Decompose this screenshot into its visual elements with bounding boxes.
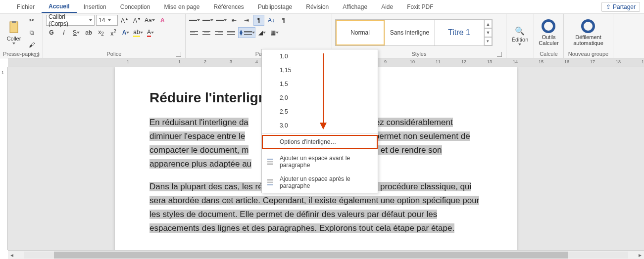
underline-button[interactable]: S — [71, 27, 82, 38]
align-right-icon — [215, 31, 223, 35]
share-button[interactable]: ⇪ Partager — [601, 2, 640, 12]
bold-icon: G — [49, 29, 53, 36]
tab-review[interactable]: Révision — [299, 1, 336, 12]
tab-foxit[interactable]: Foxit PDF — [400, 1, 440, 12]
justify-button[interactable] — [226, 27, 237, 38]
add-space-after-item[interactable]: Ajouter un espace après le paragraphe — [262, 172, 378, 193]
style-nospacing[interactable]: Sans interligne — [385, 20, 435, 45]
paste-label: Coller — [7, 36, 21, 42]
align-center-button[interactable] — [201, 27, 212, 38]
font-family-value: Calibri (Corps) — [49, 13, 86, 27]
scroll-left-button[interactable]: ◂ — [8, 252, 16, 259]
style-normal[interactable]: Normal — [336, 20, 385, 45]
caret-icon — [518, 43, 521, 45]
clear-format-button[interactable]: A̷ — [157, 15, 168, 26]
dialog-launcher[interactable] — [497, 52, 502, 57]
tab-view[interactable]: Affichage — [336, 1, 374, 12]
cut-button[interactable]: ✂ — [26, 15, 37, 26]
multilevel-button[interactable] — [215, 15, 227, 26]
font-family-combo[interactable]: Calibri (Corps) — [46, 15, 95, 26]
show-all-button[interactable]: ¶ — [278, 15, 289, 26]
bold-button[interactable]: G — [46, 27, 57, 38]
dialog-launcher[interactable] — [34, 52, 39, 57]
eraser-icon: A̷ — [160, 17, 164, 24]
group-calc: Outils Calculer Calcule — [534, 14, 564, 58]
space-before-label: Ajouter un espace avant le paragraphe — [280, 155, 350, 169]
change-case-icon: Aa — [145, 17, 152, 24]
strike-icon: ab — [85, 29, 92, 36]
line-spacing-options-item[interactable]: Options d'interligne… — [262, 135, 378, 149]
increase-indent-button[interactable]: ⇥ — [241, 15, 252, 26]
tab-design[interactable]: Conception — [113, 1, 157, 12]
copy-icon: ⧉ — [30, 29, 34, 36]
ring-icon — [581, 19, 595, 33]
spacing-option-1.5[interactable]: 1,5 — [262, 77, 378, 91]
numbering-button[interactable] — [202, 15, 214, 26]
font-color-button[interactable]: A — [145, 27, 156, 38]
autoscroll-button[interactable]: Défilement automatique — [568, 17, 608, 48]
share-icon: ⇪ — [606, 3, 611, 10]
align-right-button[interactable] — [213, 27, 224, 38]
font-color-icon: A — [147, 29, 151, 37]
spacing-option-2.5[interactable]: 2,5 — [262, 105, 378, 119]
ribbon-tabs: Fichier Accueil Insertion Conception Mis… — [0, 0, 644, 14]
change-case-button[interactable]: Aa — [144, 15, 155, 26]
highlight-button[interactable]: ab — [133, 27, 144, 38]
style-heading1[interactable]: Titre 1 — [435, 20, 484, 45]
style-scroll-down[interactable]: ▼ — [484, 28, 492, 37]
editing-menu-button[interactable]: 🔍 Édition — [509, 20, 531, 51]
superscript-button[interactable]: x2 — [108, 27, 119, 38]
shrink-font-icon: A▼ — [133, 17, 141, 24]
strike-button[interactable]: ab — [83, 27, 94, 38]
add-space-before-item[interactable]: Ajouter un espace avant le paragraphe — [262, 151, 378, 172]
tab-file[interactable]: Fichier — [10, 1, 42, 12]
shading-button[interactable]: ◢ — [257, 27, 268, 38]
grow-font-button[interactable]: A▲ — [119, 15, 130, 26]
pilcrow-icon: ¶ — [282, 17, 285, 24]
tab-help[interactable]: Aide — [374, 1, 400, 12]
tab-home[interactable]: Accueil — [42, 1, 77, 13]
italic-button[interactable]: I — [58, 27, 69, 38]
spacing-option-1.0[interactable]: 1,0 — [262, 49, 378, 63]
caret-icon — [12, 43, 15, 44]
align-left-button[interactable] — [189, 27, 199, 38]
align-center-icon — [202, 31, 210, 35]
group-clipboard: Coller ✂ ⧉ 🖌 Presse-papiers — [0, 14, 43, 58]
vertical-ruler[interactable]: 1 — [0, 67, 8, 250]
tab-layout[interactable]: Mise en page — [157, 1, 206, 12]
show-marks-button[interactable]: ¶ — [253, 15, 264, 26]
scroll-thumb[interactable] — [54, 252, 568, 259]
spacing-option-2.0[interactable]: 2,0 — [262, 91, 378, 105]
spacing-option-1.15[interactable]: 1,15 — [262, 63, 378, 77]
space-after-label: Ajouter un espace après le paragraphe — [280, 175, 350, 189]
font-size-combo[interactable]: 14 — [96, 15, 118, 26]
spacing-option-3.0[interactable]: 3,0 — [262, 119, 378, 132]
justify-icon — [227, 31, 235, 35]
grow-font-icon: A▲ — [121, 17, 129, 24]
text-effects-button[interactable]: A — [120, 27, 131, 38]
subscript-button[interactable]: x2 — [96, 27, 106, 38]
scroll-right-button[interactable]: ▸ — [636, 252, 644, 259]
shrink-font-button[interactable]: A▼ — [132, 15, 143, 26]
scroll-track[interactable] — [24, 252, 628, 259]
paste-button[interactable]: Coller — [3, 17, 25, 48]
sort-button[interactable]: A↓ — [266, 15, 277, 26]
italic-icon: I — [63, 29, 64, 36]
font-group-label: Police — [46, 50, 182, 58]
dialog-launcher[interactable] — [176, 52, 181, 57]
style-scroll-up[interactable]: ▲ — [484, 20, 492, 28]
tab-insert[interactable]: Insertion — [77, 1, 113, 12]
format-painter-button[interactable]: 🖌 — [26, 40, 37, 50]
tab-mailings[interactable]: Publipostage — [251, 1, 299, 12]
style-gallery: Normal Sans interligne Titre 1 ▲ ▼ ▾ — [335, 19, 493, 46]
bullets-button[interactable] — [189, 15, 200, 26]
calc-tools-button[interactable]: Outils Calculer — [538, 17, 559, 48]
horizontal-scrollbar[interactable]: ◂ ▸ — [8, 250, 644, 259]
copy-button[interactable]: ⧉ — [26, 27, 37, 38]
line-spacing-button[interactable]: ▲▼ — [238, 27, 255, 38]
style-scroll-more[interactable]: ▾ — [484, 37, 492, 45]
space-after-icon — [267, 179, 274, 186]
borders-button[interactable]: ▦ — [269, 27, 280, 38]
decrease-indent-button[interactable]: ⇤ — [229, 15, 240, 26]
tab-references[interactable]: Références — [207, 1, 251, 12]
